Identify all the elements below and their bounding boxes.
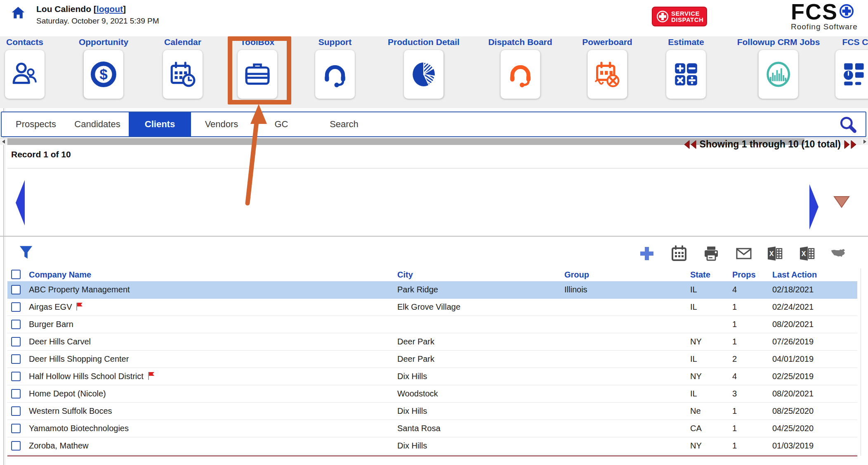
cell-city: Deer Park xyxy=(397,351,434,368)
tab-vendors[interactable]: Vendors xyxy=(205,112,238,136)
table-row[interactable]: Deer Hills CarvelDeer ParkNY107/26/2019 xyxy=(7,333,857,351)
table-row[interactable]: Airgas EGVElk Grove VillageIL102/24/2021 xyxy=(7,299,857,316)
calendar-icon[interactable] xyxy=(163,50,203,99)
toolbar-item-opportunity[interactable]: Opportunity$ xyxy=(79,37,128,99)
toolbar-item-label: FCS C xyxy=(842,37,868,47)
tab-search[interactable]: Search xyxy=(330,112,359,136)
fcs-crew-icon[interactable] xyxy=(835,50,868,99)
calendar-icon[interactable] xyxy=(671,245,687,262)
next-record-arrow[interactable] xyxy=(809,184,818,230)
toolbar-item-estimate[interactable]: Estimate xyxy=(666,37,706,99)
powerboard-icon[interactable] xyxy=(587,50,627,99)
cell-last_action: 07/26/2019 xyxy=(772,333,814,350)
cell-city: Dix Hills xyxy=(397,403,427,420)
bar-chart-circle-icon[interactable] xyxy=(759,50,798,99)
tab-clients[interactable]: Clients xyxy=(129,112,191,136)
cell-company: Half Hollow Hills School District xyxy=(29,368,155,385)
toolbar-item-calendar[interactable]: Calendar xyxy=(163,37,203,99)
column-header-company[interactable]: Company Name xyxy=(29,268,91,281)
cell-company: Zoroba, Mathew xyxy=(29,437,89,454)
toolbar-item-powerboard[interactable]: Powerboard xyxy=(582,37,632,99)
divider xyxy=(0,236,868,237)
tab-gc[interactable]: GC xyxy=(275,112,288,136)
toolbox-icon[interactable] xyxy=(238,50,277,99)
cell-state: IL xyxy=(690,281,697,298)
toolbar-item-dispatch-board[interactable]: Dispatch Board xyxy=(488,37,552,99)
table-row[interactable]: Zoroba, MathewDix HillsNY101/03/2019 xyxy=(7,437,857,455)
row-checkbox[interactable] xyxy=(11,389,21,399)
search-icon[interactable] xyxy=(838,115,857,134)
table-header: Company Name City Group State Props Last… xyxy=(7,268,857,281)
column-header-city[interactable]: City xyxy=(397,268,413,281)
cell-company: Yamamoto Biotechnologies xyxy=(29,420,129,437)
previous-page-icon[interactable] xyxy=(683,140,697,149)
svg-text:X: X xyxy=(802,250,806,257)
tab-candidates[interactable]: Candidates xyxy=(74,112,120,136)
cell-props: 1 xyxy=(732,420,737,437)
excel-export-icon[interactable]: X xyxy=(767,245,783,262)
opportunity-icon[interactable]: $ xyxy=(84,50,123,99)
toolbar-item-production-detail[interactable]: Production Detail xyxy=(388,37,460,99)
toolbar-item-support[interactable]: Support xyxy=(315,37,355,99)
home-icon[interactable] xyxy=(11,5,26,19)
table-row[interactable]: ABC Property ManagementPark RidgeIllinoi… xyxy=(7,281,857,299)
row-checkbox[interactable] xyxy=(11,285,21,294)
scroll-right-button[interactable] xyxy=(861,138,868,145)
cell-last_action: 04/01/2019 xyxy=(772,351,814,368)
calculator-icon[interactable] xyxy=(666,50,706,99)
column-header-group[interactable]: Group xyxy=(564,268,589,281)
excel-export-all-icon[interactable]: X xyxy=(799,245,815,262)
table-row[interactable]: Burger Barn108/20/2021 xyxy=(7,316,857,333)
plus-circle-icon xyxy=(839,3,854,19)
row-checkbox[interactable] xyxy=(11,302,21,312)
column-header-last-action[interactable]: Last Action xyxy=(772,268,817,281)
table-row[interactable]: Western Suffolk BocesDix HillsNe108/25/2… xyxy=(7,403,857,420)
row-checkbox[interactable] xyxy=(11,354,21,364)
toolbar-item-label: Estimate xyxy=(668,37,704,47)
cell-group: Illinois xyxy=(564,281,587,298)
cell-state: IL xyxy=(690,351,697,368)
expand-dropdown-icon[interactable] xyxy=(833,196,850,208)
tab-prospects[interactable]: Prospects xyxy=(16,112,56,136)
table-row[interactable]: Yamamoto BiotechnologiesSanta RosaCA104/… xyxy=(7,420,857,437)
pie-chart-icon[interactable] xyxy=(404,50,443,99)
column-header-props[interactable]: Props xyxy=(732,268,756,281)
column-header-state[interactable]: State xyxy=(690,268,710,281)
row-checkbox[interactable] xyxy=(11,441,21,451)
toolbar-item-fcs-c[interactable]: FCS C xyxy=(835,37,868,99)
table-row[interactable]: Home Depot (Nicole)WoodstockIL308/20/202… xyxy=(7,385,857,403)
pagination-bar: Showing 1 through 10 (10 total) xyxy=(683,139,857,150)
support-headset-icon[interactable] xyxy=(315,50,355,99)
filter-icon[interactable] xyxy=(18,244,34,261)
previous-record-arrow[interactable] xyxy=(16,180,25,225)
row-checkbox[interactable] xyxy=(11,406,21,416)
us-map-icon[interactable] xyxy=(830,245,847,262)
entity-tabbar: ProspectsCandidatesClientsVendorsGCSearc… xyxy=(1,112,866,137)
next-page-icon[interactable] xyxy=(843,140,857,149)
service-dispatch-badge[interactable]: SERVICE DISPATCH xyxy=(652,7,707,26)
row-checkbox[interactable] xyxy=(11,337,21,346)
email-icon[interactable] xyxy=(736,245,752,262)
toolbar-item-toolbox[interactable]: ToolBox xyxy=(238,37,277,99)
scroll-left-button[interactable] xyxy=(0,138,7,145)
add-record-icon[interactable] xyxy=(639,245,655,262)
row-checkbox[interactable] xyxy=(11,320,21,329)
cell-state: Ne xyxy=(690,403,701,420)
showing-text: Showing 1 through 10 (10 total) xyxy=(700,139,841,150)
table-row[interactable]: Deer Hills Shopping CenterDeer ParkIL204… xyxy=(7,351,857,368)
row-checkbox[interactable] xyxy=(11,372,21,381)
print-icon[interactable] xyxy=(703,245,719,262)
contacts-icon[interactable] xyxy=(5,50,45,99)
cell-state: IL xyxy=(690,299,697,316)
dispatch-headset-icon[interactable] xyxy=(500,50,540,99)
toolbar-item-contacts[interactable]: Contacts xyxy=(5,37,45,99)
cell-props: 1 xyxy=(732,437,737,454)
logout-link[interactable]: logout xyxy=(97,4,123,14)
row-checkbox[interactable] xyxy=(11,424,21,433)
table-row[interactable]: Half Hollow Hills School DistrictDix Hil… xyxy=(7,368,857,385)
cell-props: 4 xyxy=(732,281,737,298)
cell-company: Deer Hills Shopping Center xyxy=(29,351,129,368)
toolbar-item-followup-crm-jobs[interactable]: Followup CRM Jobs xyxy=(737,37,820,99)
svg-text:$: $ xyxy=(99,66,108,82)
select-all-checkbox[interactable] xyxy=(11,270,21,279)
